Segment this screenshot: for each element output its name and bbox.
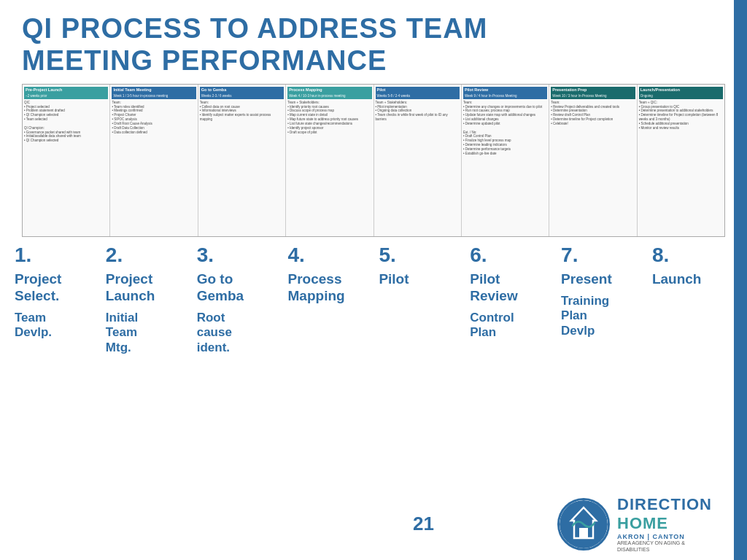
steps-container: 1. ProjectSelect. TeamDevlp. 2. ProjectL… [0,237,747,355]
step-title-7: Present [561,271,612,288]
step-item-5: 5. Pilot [379,244,459,355]
col-content-8: Team + QIC:• Group presentation to QIC• … [639,101,723,131]
step-item-7: 7. Present TrainingPlanDevlp [561,244,641,355]
logo-circle [557,498,610,551]
process-diagram: Pre-Project Launch~2 weeks prior QIC• Pr… [22,84,725,237]
logo-home: HOME [617,514,712,533]
col-header-4: Process MappingWeek 4 / 10-3 hour in-pro… [287,87,371,98]
step-subtitle-1: TeamDevlp. [15,311,52,341]
footer: 21 DIRECTION HOME AKRON | CANTON AREA AG… [0,495,734,553]
step-item-6: 6. PilotReview ControlPlan [470,244,550,355]
col-content-2: Team:• Team roles identified• Meetings c… [112,101,196,135]
svg-rect-2 [579,528,588,538]
col-header-1: Pre-Project Launch~2 weeks prior [24,87,108,98]
step-subtitle-3: Rootcauseident. [197,311,232,355]
sidebar-accent [734,0,747,560]
step-item-8: 8. Launch [652,244,732,355]
step-subtitle-7: TrainingPlanDevlp [561,294,609,338]
step-title-6: PilotReview [470,271,517,305]
step-title-4: ProcessMapping [288,271,345,305]
page-number: 21 [290,513,557,535]
step-subtitle-2: InitialTeamMtg. [106,311,138,355]
step-item-4: 4. ProcessMapping [288,244,368,355]
col-content-6: Team:• Determine any changes or improvem… [463,101,547,156]
step-item-2: 2. ProjectLaunch InitialTeamMtg. [106,244,186,355]
diagram-col-8: Launch/PresentationOngoing Team + QIC:• … [638,85,724,236]
col-content-7: Team:• Review Project deliverables and c… [551,101,635,126]
page-title: QI PROCESS TO ADDRESS TEAM MEETING PERFO… [22,13,725,77]
step-number-1: 1. [15,244,31,267]
diagram-col-7: Presentation PrepWeek 10 / 3 hour In-Pro… [549,85,637,236]
step-item-1: 1. ProjectSelect. TeamDevlp. [15,244,95,355]
col-header-8: Launch/PresentationOngoing [639,87,723,98]
diagram-col-1: Pre-Project Launch~2 weeks prior QIC• Pr… [23,85,110,236]
logo-direction: DIRECTION [617,495,712,514]
step-number-6: 6. [470,244,487,267]
step-title-5: Pilot [379,271,409,288]
step-item-3: 3. Go toGemba Rootcauseident. [197,244,277,355]
step-title-2: ProjectLaunch [106,271,155,305]
step-title-3: Go toGemba [197,271,244,305]
logo-area: DIRECTION HOME AKRON | CANTON AREA AGENC… [557,495,712,553]
step-number-8: 8. [652,244,669,267]
step-number-4: 4. [288,244,305,267]
logo-subtitle: AREA AGENCY ON AGING & DISABILITIES [617,540,712,553]
col-header-3: Go to GembaWeeks 2-3 / 6 weeks [200,87,284,98]
step-number-7: 7. [561,244,578,267]
step-subtitle-6: ControlPlan [470,311,514,341]
diagram-col-6: Pilot ReviewWeek 9 / 4 hour In-Process M… [462,85,549,236]
logo-akron-canton: AKRON | CANTON [617,533,712,540]
step-number-5: 5. [379,244,395,267]
step-number-3: 3. [197,244,214,267]
col-header-5: PilotWeeks 5-8 / 2-4 weeks [376,87,460,98]
col-content-3: Team:• Collect data on root cause• Infor… [200,101,284,122]
step-title-8: Launch [652,271,702,288]
logo-text: DIRECTION HOME AKRON | CANTON AREA AGENC… [617,495,712,553]
col-header-2: Initial Team MeetingWeek 1 / 3-5 hour in… [112,87,196,98]
diagram-col-3: Go to GembaWeeks 2-3 / 6 weeks Team:• Co… [198,85,286,236]
diagram-col-5: PilotWeeks 5-8 / 2-4 weeks Team + Stakeh… [374,85,462,236]
diagram-col-2: Initial Team MeetingWeek 1 / 3-5 hour in… [110,85,198,236]
col-header-6: Pilot ReviewWeek 9 / 4 hour In-Process M… [463,87,547,98]
step-number-2: 2. [106,244,123,267]
col-header-7: Presentation PrepWeek 10 / 3 hour In-Pro… [551,87,635,98]
col-content-5: Team + Stakeholders:• Pilot implementati… [376,101,460,122]
col-content-1: QIC• Project selected• Problem statement… [24,101,108,143]
col-content-4: Team + Stakeholders:• Identify priority … [287,101,371,135]
header: QI PROCESS TO ADDRESS TEAM MEETING PERFO… [0,0,747,84]
diagram-col-4: Process MappingWeek 4 / 10-3 hour in-pro… [286,85,374,236]
step-title-1: ProjectSelect. [15,271,61,305]
